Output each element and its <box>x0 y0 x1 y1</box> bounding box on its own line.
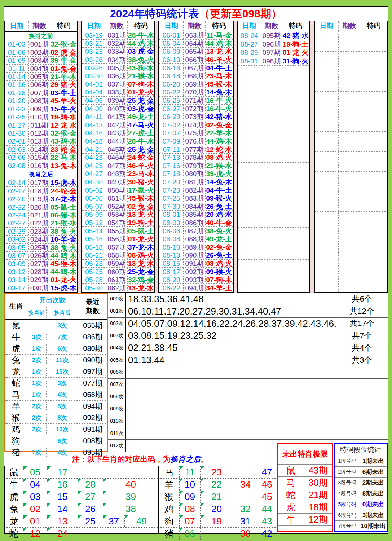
code-cell: 26-兔-土 <box>206 252 233 259</box>
date-cell: 08-29 <box>238 49 261 56</box>
period-cell: 016期 <box>29 162 50 169</box>
date-cell: 02-22 <box>5 204 29 211</box>
code-cell: 37-龙-木 <box>128 244 154 251</box>
period-cell: 031期 <box>106 32 128 39</box>
date-cell: 06-18 <box>159 72 184 79</box>
draw-row: 04-27048期23-马-木 <box>82 170 154 178</box>
empty-row <box>315 172 387 192</box>
period-cell <box>339 272 360 292</box>
period-cell: 004期 <box>29 65 50 72</box>
code-cell <box>360 232 387 252</box>
code-cell <box>360 252 387 272</box>
draw-row: 05-30062期13-龙-水 <box>82 284 154 292</box>
date-cell: 03-28 <box>82 65 106 71</box>
period-cell <box>261 260 282 276</box>
draw-group-1: 日期期数特码换肖之前01-03001期32-猴-金01-06002期02-虎-金… <box>4 21 78 293</box>
date-cell: 04-27 <box>82 170 106 177</box>
empty-row <box>315 71 387 92</box>
period-cell <box>339 132 360 151</box>
footnote-prefix: 注：以下生肖的对应出码，为 <box>72 454 171 464</box>
frequency-row: 006次 <box>108 366 388 379</box>
column-header-date: 日期 <box>238 21 261 31</box>
period-cell: 069期 <box>184 81 206 88</box>
draw-group-2: 日期期数特码03-19031期28-牛-水03-21032期44-鸡-木03-2… <box>82 21 155 293</box>
date-cell: 04-11 <box>82 113 106 120</box>
frequency-label: 008次 <box>108 391 126 403</box>
draw-row: 07-16079期21-猴-水 <box>159 162 233 170</box>
draw-row: 01-09003期39-牛-金 <box>5 57 77 65</box>
section-header-row: 换肖之后 <box>5 170 77 179</box>
zodiac-name: 牛 <box>5 331 27 343</box>
lottery-stats-page: 2024年特码统计表 （更新至098期） 日期期数特码换肖之前01-03001期… <box>0 0 392 541</box>
date-cell <box>315 111 339 131</box>
code-cell: 21-猴-水 <box>206 162 233 169</box>
draw-row: 03-26034期38-兔-火 <box>82 56 154 64</box>
empty-row <box>315 212 387 232</box>
code-cell <box>282 146 309 162</box>
date-cell <box>238 130 261 146</box>
frequency-total: 共7个 <box>336 330 388 342</box>
draw-row: 08-17092期09-猴-火 <box>159 268 233 276</box>
date-cell: 06-27 <box>159 105 184 112</box>
missing-zodiac-limit-title: 未出特肖极限 <box>278 444 332 464</box>
zodiac-number-cell: 15 <box>47 491 78 503</box>
segment-value: 3期未出 <box>360 510 387 520</box>
section-header-row: 换肖之前 <box>5 31 77 40</box>
zodiac-number-cell: 06 <box>180 528 201 540</box>
draw-row: 03-07026期44-鸡-木 <box>5 252 77 260</box>
draw-row: 05-05051期45-猴-木 <box>82 194 154 203</box>
column-header-date: 日期 <box>5 21 29 31</box>
draw-row: 06-01063期11-马-金 <box>159 31 233 40</box>
column-header-code: 特码 <box>206 21 233 31</box>
code-cell: 21-猴-水 <box>50 220 77 226</box>
frequency-total <box>336 379 388 391</box>
zodiac-number-cell: 27 <box>78 491 103 503</box>
period-cell: 089期 <box>184 244 206 251</box>
draw-row: 07-07075期22-羊-木 <box>159 129 233 137</box>
zodiac-map-row: 鸡08203244 <box>159 503 276 515</box>
code-cell: 01-龙-火 <box>50 276 77 283</box>
period-cell: 037期 <box>106 81 128 88</box>
code-cell: 06-猪-木 <box>50 212 77 219</box>
zodiac-number-cell: 11 <box>180 466 201 478</box>
date-cell: 01-14 <box>5 73 29 80</box>
period-cell: 012期 <box>29 130 50 137</box>
segment-label: 6段号码 <box>335 510 360 520</box>
date-cell <box>315 132 339 151</box>
zodiac-map-row: 猴092145 <box>159 491 276 503</box>
frequency-row: 009次 <box>108 403 388 415</box>
draw-row: 03-21032期44-鸡-木 <box>82 40 154 48</box>
frequency-numbers: 02.21.38.45 <box>126 342 336 353</box>
frequency-row: 001次06.10.11.17.20.27.29.30.31.34.40.47共… <box>108 305 388 318</box>
code-cell: 25-龙-金 <box>128 268 154 275</box>
zodiac-stats-body: 鼠3次055期牛3次7次086期虎1次6次080期兔2次11次090期龙1次15… <box>5 320 107 458</box>
draw-group-header: 日期期数特码 <box>238 21 309 31</box>
frequency-row: 000次18.33.35.36.41.48共6个 <box>108 293 388 305</box>
frequency-row: 007次 <box>108 379 388 391</box>
code-cell: 23-蛇-金 <box>50 146 77 153</box>
draw-row: 08-03086期40-牛-金 <box>159 219 233 227</box>
draw-row: 03-02024期10-羊-金 <box>5 236 77 243</box>
draw-row: 05-12054期19-狗-土 <box>82 219 154 227</box>
draw-row: 05-23059期13-龙-水 <box>82 260 154 268</box>
date-cell: 02-06 <box>5 154 29 161</box>
last-period: 094期 <box>78 401 107 411</box>
draw-row: 01-25010期19-鸡-水 <box>5 113 77 121</box>
count-after: 8次 <box>47 414 78 422</box>
zodiac-number-cell: 46 <box>258 479 276 491</box>
column-header-code: 特码 <box>128 21 154 31</box>
zodiac-map-row: 牛04162840 <box>5 479 158 491</box>
code-cell: 22-马-木 <box>50 154 77 161</box>
code-cell <box>360 92 387 111</box>
last-period: 098期 <box>78 436 107 446</box>
zodiac-number-cell <box>201 528 233 540</box>
page-title-main: 2024年特码统计表 <box>110 6 199 21</box>
period-cell: 002期 <box>29 49 50 56</box>
period-cell: 017期 <box>29 179 50 186</box>
code-cell: 43-狗-水 <box>128 65 154 71</box>
count-after: 6次 <box>47 344 78 353</box>
period-cell: 071期 <box>184 97 206 104</box>
date-cell: 01-16 <box>5 81 29 88</box>
draw-row: 04-30049期30-猪-火 <box>82 178 154 186</box>
code-cell: 39-牛-金 <box>50 57 77 64</box>
